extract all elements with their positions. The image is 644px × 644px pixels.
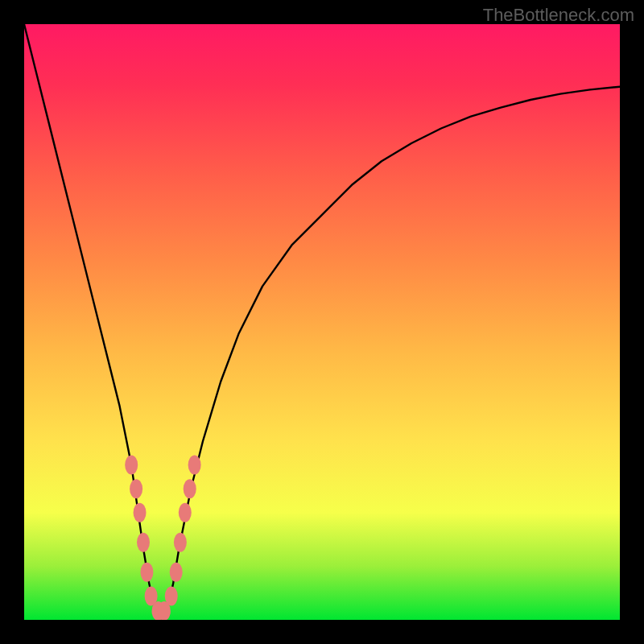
highlight-dot: [174, 533, 187, 552]
highlight-dot: [134, 503, 147, 522]
highlight-dot: [140, 563, 153, 582]
plot-area: [24, 24, 620, 620]
highlight-dot: [170, 563, 183, 582]
highlight-dots-group: [125, 456, 200, 620]
highlight-dot: [165, 586, 178, 605]
highlight-dot: [188, 456, 201, 475]
highlight-dot: [125, 456, 138, 475]
highlight-dot: [130, 479, 142, 498]
curve-layer: [24, 24, 620, 620]
watermark-text: TheBottleneck.com: [483, 5, 634, 26]
highlight-dot: [184, 479, 196, 498]
highlight-dot: [137, 533, 150, 552]
bottleneck-curve: [24, 24, 620, 614]
highlight-dot: [179, 503, 192, 522]
chart-frame: TheBottleneck.com: [0, 0, 644, 644]
